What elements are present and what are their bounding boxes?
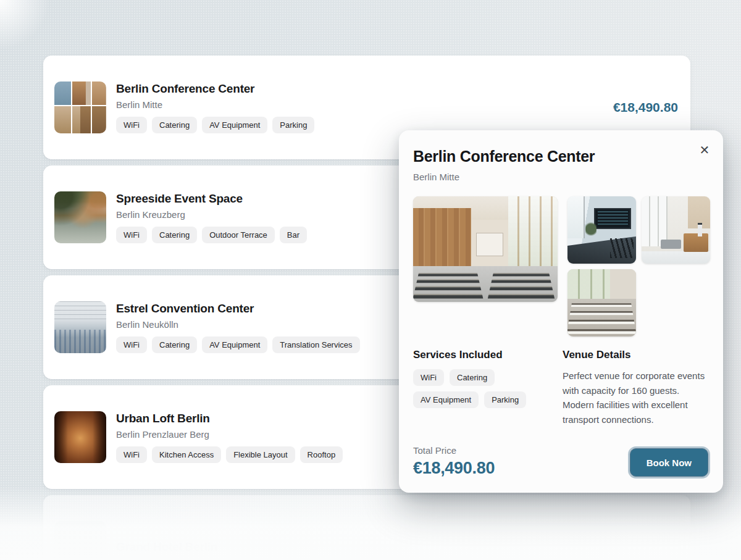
venue-detail-modal: ✕ Berlin Conference Center Berlin Mitte (399, 130, 723, 493)
book-now-button[interactable]: Book Now (630, 448, 708, 477)
venue-tag: Catering (152, 227, 197, 243)
venue-tag: Bar (280, 227, 307, 243)
venue-location: Berlin Mitte (116, 99, 603, 110)
venue-thumbnail (54, 81, 106, 133)
service-tag: WiFi (413, 369, 444, 386)
venue-details-heading: Venue Details (563, 349, 710, 361)
modal-title: Berlin Conference Center (413, 148, 710, 165)
service-tag: AV Equipment (413, 391, 479, 408)
venue-details-section: Venue Details Perfect venue for corporat… (563, 349, 710, 427)
venue-tag: WiFi (116, 227, 147, 243)
venue-price: €18,490.80 (613, 100, 678, 115)
venue-card-info: Berlin Conference Center Berlin Mitte Wi… (116, 82, 603, 133)
venue-card-info: Grand Hotel Berlin (116, 540, 678, 554)
venue-tag: AV Equipment (202, 336, 267, 353)
venue-tag: Kitchen Access (152, 446, 221, 463)
venue-tag: Rooftop (300, 446, 343, 463)
venue-name: Berlin Conference Center (116, 82, 603, 96)
venue-photo-main-hall (413, 196, 558, 302)
venue-tag: Parking (272, 117, 314, 133)
services-included-section: Services Included WiFi Catering AV Equip… (413, 349, 551, 427)
modal-location: Berlin Mitte (413, 172, 710, 182)
venue-card[interactable]: Grand Hotel Berlin (43, 495, 690, 560)
services-heading: Services Included (413, 349, 551, 361)
venue-tag: Catering (152, 117, 197, 133)
venue-tag: Translation Services (272, 336, 359, 353)
service-tag: Catering (450, 369, 495, 386)
venue-photo-gallery (413, 196, 710, 336)
venue-tag: Flexible Layout (226, 446, 295, 463)
venue-thumbnail (54, 411, 106, 463)
venue-thumbnail (54, 191, 106, 243)
venue-photo-grid (567, 196, 710, 336)
service-tag: Parking (484, 391, 526, 408)
venue-tag: WiFi (116, 117, 147, 133)
venue-thumbnail (54, 301, 106, 353)
venue-tag: WiFi (116, 446, 147, 463)
venue-tag: Catering (152, 336, 197, 353)
venue-details-text: Perfect venue for corporate events with … (563, 369, 710, 427)
services-tags: WiFi Catering AV Equipment Parking (413, 369, 537, 408)
venue-tag: Outdoor Terrace (202, 227, 275, 243)
close-icon[interactable]: ✕ (695, 140, 714, 160)
total-price-block: Total Price €18,490.80 (413, 445, 495, 478)
venue-photo-dining (567, 269, 636, 336)
venue-thumbnail (54, 521, 106, 560)
venue-photo-lobby (642, 196, 710, 264)
venue-tag: AV Equipment (202, 117, 267, 133)
total-price-label: Total Price (413, 445, 495, 456)
venue-tag: WiFi (116, 336, 147, 353)
venue-photo-meeting-room (567, 196, 636, 264)
modal-footer: Total Price €18,490.80 Book Now (413, 445, 710, 478)
total-price-value: €18,490.80 (413, 459, 495, 478)
venue-name: Grand Hotel Berlin (116, 540, 678, 554)
